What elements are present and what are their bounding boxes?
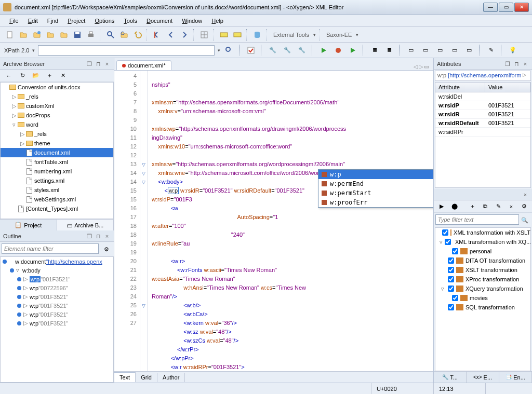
window-close-button[interactable]: ✕ xyxy=(514,3,529,12)
panel-close-icon[interactable]: × xyxy=(103,60,111,67)
window-maximize-button[interactable]: ▭ xyxy=(499,3,513,12)
attribute-row[interactable]: w:rsidDel xyxy=(435,92,530,101)
panel-pin-icon[interactable]: ⊓ xyxy=(95,233,102,240)
new-icon[interactable] xyxy=(4,29,16,40)
archive-refresh-icon[interactable]: ↻ xyxy=(17,70,28,81)
attribute-row[interactable]: w:rsidRDefault001F3521 xyxy=(435,119,530,128)
outline-item[interactable]: w:document "http://schemas.openx xyxy=(1,257,113,266)
wrench-check-icon[interactable]: 🔧 xyxy=(282,45,293,56)
archive-root[interactable]: Conversion of units.docx xyxy=(1,83,113,92)
indent2-icon[interactable]: ≣ xyxy=(383,45,395,56)
outline-item[interactable]: ▷w:p "00722596" xyxy=(1,283,113,292)
print-icon[interactable] xyxy=(85,29,97,40)
outline-tree[interactable]: w:document "http://schemas.openx▿w:body … xyxy=(0,256,114,383)
xpath-version-label[interactable]: XPath 2.0 xyxy=(4,47,29,53)
gear-icon[interactable]: ⚙ xyxy=(101,243,112,255)
scenarios-tree[interactable]: XML transformation with XSLT▿XML transfo… xyxy=(435,227,531,371)
xquery-icon[interactable] xyxy=(232,29,243,40)
settings-icon[interactable]: ⚙ xyxy=(518,201,530,212)
scenario-item[interactable]: movies xyxy=(435,293,530,303)
archive-up-icon[interactable]: ← xyxy=(3,70,15,81)
scenario-item[interactable]: DITA OT transformation xyxy=(435,256,530,265)
outline-item[interactable]: ▷w:p "001F3521" xyxy=(1,310,113,319)
fold-gutter[interactable]: ▽▽▽▽ xyxy=(140,71,148,371)
scenario-item[interactable]: ▿XML transformation with XQ... xyxy=(435,237,530,247)
right-tab-entities[interactable]: 📑 En... xyxy=(499,372,532,383)
window-minimize-button[interactable]: ― xyxy=(483,3,498,12)
archive-tree[interactable]: Conversion of units.docx ▷_rels▷customXm… xyxy=(0,82,114,219)
menu-window[interactable]: Window xyxy=(178,16,206,25)
replace-icon[interactable] xyxy=(118,29,130,40)
forward-icon[interactable] xyxy=(179,29,190,40)
open-archive-icon[interactable] xyxy=(58,29,70,40)
menu-help[interactable]: Help xyxy=(207,16,228,25)
archive-folder[interactable]: ▷_rels xyxy=(1,129,113,139)
archive-open-icon[interactable]: 📂 xyxy=(30,70,42,81)
help-icon[interactable]: 💡 xyxy=(507,45,518,56)
back-icon[interactable] xyxy=(165,29,177,40)
database-icon[interactable] xyxy=(251,29,263,40)
autocomplete-item[interactable]: w:p xyxy=(318,170,433,179)
menu-find[interactable]: Find xyxy=(43,16,62,25)
mode-author[interactable]: Author xyxy=(157,373,185,382)
menu-file[interactable]: File xyxy=(5,16,23,25)
outline-item[interactable]: ▷w:p "001F3521" xyxy=(1,275,113,283)
outline-item[interactable]: ▿w:body xyxy=(1,266,113,275)
attributes-table[interactable]: Attribute Value w:rsidDelw:rsidP001F3521… xyxy=(435,82,531,188)
autocomplete-item[interactable]: w:proofErr xyxy=(318,198,433,207)
wrench-icon[interactable]: 🔧 xyxy=(267,45,278,56)
panel-restore-icon[interactable]: ❐ xyxy=(86,60,93,67)
menu-edit[interactable]: Edit xyxy=(24,16,42,25)
debug-icon[interactable] xyxy=(332,45,344,56)
archive-file[interactable]: fontTable.xml xyxy=(1,157,113,167)
open-icon[interactable] xyxy=(18,29,29,40)
archive-folder[interactable]: ▷_rels xyxy=(1,92,113,101)
tab-prev-icon[interactable]: ◁ xyxy=(414,63,418,70)
code-area[interactable]: nships" xmlns:m="http://schemas.openxmlf… xyxy=(148,71,433,371)
archive-folder[interactable]: ▷docProps xyxy=(1,111,113,120)
right-tab-transform[interactable]: 🔧 T... xyxy=(434,372,467,383)
tab-archive-browser[interactable]: 🗃 Archive B... xyxy=(57,220,114,230)
archive-file[interactable]: numbering.xml xyxy=(1,167,113,176)
external-tools-label[interactable]: External Tools xyxy=(271,32,311,38)
add-icon[interactable]: ＋ xyxy=(467,201,478,212)
tag-icon[interactable]: ▭ xyxy=(405,45,417,56)
search-icon[interactable]: 🔍 xyxy=(519,214,530,226)
tab-next-icon[interactable]: ▷ xyxy=(419,63,423,70)
validate-icon[interactable] xyxy=(245,45,257,56)
autocomplete-item[interactable]: w:permEnd xyxy=(318,179,433,188)
archive-file[interactable]: document.xml xyxy=(1,148,113,157)
scenario-item[interactable]: personal xyxy=(435,247,530,256)
outline-item[interactable]: ▷w:p "001F3521" xyxy=(1,292,113,301)
save-icon[interactable] xyxy=(72,29,83,40)
entity-icon[interactable]: ▭ xyxy=(463,45,475,56)
delete-icon[interactable]: × xyxy=(506,201,517,212)
edit-icon[interactable]: ✎ xyxy=(493,201,504,212)
comment-icon[interactable]: ▭ xyxy=(420,45,431,56)
archive-file[interactable]: styles.xml xyxy=(1,185,113,195)
xslt-icon[interactable] xyxy=(218,29,230,40)
debug-scenario-icon[interactable]: ⬤ xyxy=(449,201,460,212)
spell-icon[interactable]: ✎ xyxy=(485,45,497,56)
panel-pin-icon[interactable]: ⊓ xyxy=(513,60,520,67)
archive-file[interactable]: webSettings.xml xyxy=(1,195,113,204)
run-scenario-icon[interactable]: ▶ xyxy=(436,201,447,212)
panel-restore-icon[interactable]: ❐ xyxy=(504,60,511,67)
scenario-item[interactable]: XSLT transformation xyxy=(435,265,530,275)
outline-filter-input[interactable] xyxy=(2,243,99,254)
menu-tools[interactable]: Tools xyxy=(119,16,141,25)
panel-restore-icon[interactable]: ❐ xyxy=(86,233,93,240)
tab-list-icon[interactable]: ▭ xyxy=(424,63,429,70)
scenario-filter-input[interactable] xyxy=(435,214,519,225)
panel-close-icon[interactable]: × xyxy=(522,191,529,198)
scenario-item[interactable]: ▿XQuery transformation xyxy=(435,284,530,293)
grid-icon[interactable] xyxy=(198,29,210,40)
autocomplete-popup[interactable]: w:pw:permEndw:permStartw:proofErr xyxy=(318,169,433,208)
menu-options[interactable]: Options xyxy=(90,16,118,25)
attribute-row[interactable]: w:rsidP001F3521 xyxy=(435,101,530,110)
archive-folder[interactable]: ▷theme xyxy=(1,139,113,148)
archive-folder[interactable]: ▿word xyxy=(1,120,113,129)
search-icon[interactable] xyxy=(105,29,116,40)
open-find-icon[interactable] xyxy=(45,29,56,40)
autocomplete-item[interactable]: w:permStart xyxy=(318,188,433,198)
